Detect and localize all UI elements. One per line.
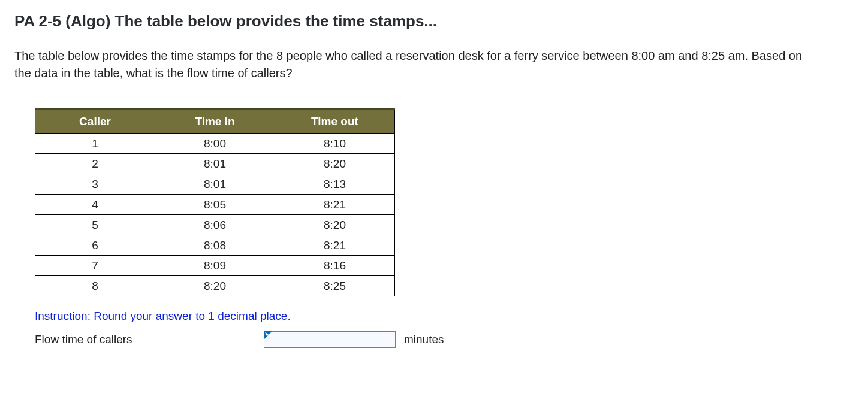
answer-unit: minutes [404,333,444,346]
cell-caller: 1 [35,134,155,154]
answer-row: Flow time of callers minutes [35,331,854,348]
cell-time-in: 8:08 [155,235,275,256]
instruction-text: Instruction: Round your answer to 1 deci… [35,310,854,323]
timestamps-table: Caller Time in Time out 1 8:00 8:10 2 8:… [35,108,395,296]
table-header-row: Caller Time in Time out [35,110,395,134]
cell-time-out: 8:13 [275,174,395,195]
table-row: 1 8:00 8:10 [35,134,395,154]
table-row: 3 8:01 8:13 [35,174,395,195]
question-title: PA 2-5 (Algo) The table below provides t… [14,12,854,31]
cell-time-in: 8:09 [155,256,275,276]
cell-caller: 8 [35,276,155,296]
answer-input-wrap [264,331,396,348]
cell-caller: 7 [35,256,155,276]
cell-caller: 5 [35,215,155,235]
table-row: 5 8:06 8:20 [35,215,395,235]
cell-time-out: 8:25 [275,276,395,296]
cell-time-out: 8:20 [275,215,395,235]
question-content: Caller Time in Time out 1 8:00 8:10 2 8:… [14,108,854,348]
table-row: 8 8:20 8:25 [35,276,395,296]
cell-time-in: 8:20 [155,276,275,296]
cell-time-in: 8:06 [155,215,275,235]
cell-caller: 4 [35,195,155,215]
table-row: 2 8:01 8:20 [35,154,395,174]
table-row: 4 8:05 8:21 [35,195,395,215]
cell-time-in: 8:01 [155,154,275,174]
flow-time-input[interactable] [264,331,396,348]
cell-time-out: 8:21 [275,235,395,256]
header-time-in: Time in [155,110,275,134]
cell-caller: 3 [35,174,155,195]
cell-time-out: 8:20 [275,154,395,174]
cell-time-out: 8:10 [275,134,395,154]
cell-time-in: 8:01 [155,174,275,195]
question-description: The table below provides the time stamps… [14,47,812,82]
cell-caller: 2 [35,154,155,174]
cell-time-out: 8:21 [275,195,395,215]
header-time-out: Time out [275,110,395,134]
cell-time-out: 8:16 [275,256,395,276]
cell-time-in: 8:05 [155,195,275,215]
table-row: 7 8:09 8:16 [35,256,395,276]
header-caller: Caller [35,110,155,134]
table-row: 6 8:08 8:21 [35,235,395,256]
answer-label: Flow time of callers [35,333,259,346]
cell-caller: 6 [35,235,155,256]
cell-time-in: 8:00 [155,134,275,154]
